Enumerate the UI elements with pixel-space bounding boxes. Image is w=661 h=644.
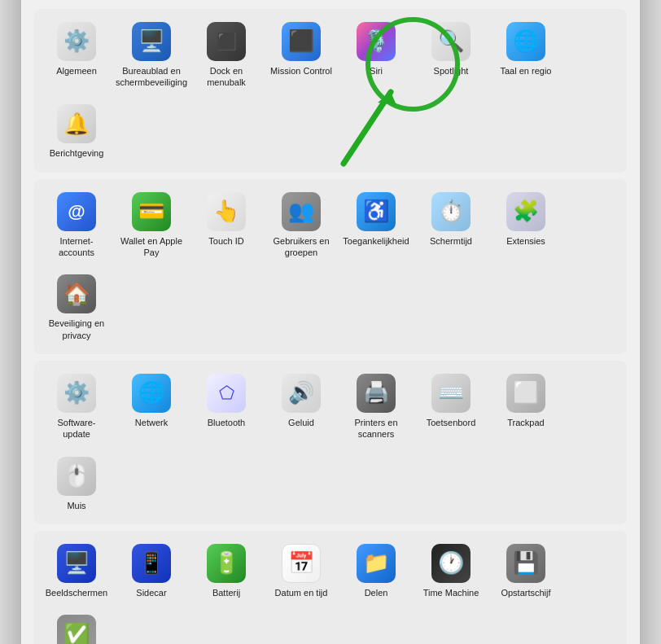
pref-opstart[interactable]: 💾 Opstart­schijf: [490, 537, 562, 605]
extensies-icon: 🧩: [506, 192, 545, 231]
pref-bluetooth[interactable]: ⬠ Bluetooth: [190, 367, 262, 447]
beveiliging-label: Beveiliging en privacy: [44, 318, 109, 341]
content-area: 🐺 Stefan Apple ID, iCloud, Media en App …: [21, 0, 640, 644]
pref-schermtijd[interactable]: ⏱️ Schermtijd: [415, 186, 487, 265]
gebruikers-label: Gebruikers en groepen: [269, 235, 334, 259]
schermtijd-icon: ⏱️: [431, 192, 471, 231]
mission-icon: ⬛: [282, 22, 321, 61]
pref-printers[interactable]: 🖨️ Printers en scanners: [340, 367, 412, 447]
pref-toetsenbord[interactable]: ⌨️ Toetsenbord: [415, 367, 487, 447]
pref-netwerk[interactable]: 🌐 Netwerk: [116, 367, 187, 447]
toetsenbord-icon: ⌨️: [431, 374, 471, 413]
spotlight-label: Spotlight: [434, 65, 469, 77]
timemachine-icon: 🕐: [431, 544, 471, 583]
printers-icon: 🖨️: [357, 374, 396, 413]
pref-datum[interactable]: 📅 Datum en tijd: [265, 537, 337, 605]
taal-icon: 🌐: [506, 22, 545, 61]
netwerk-label: Netwerk: [135, 417, 168, 428]
pref-muis[interactable]: 🖱️ Muis: [41, 450, 112, 518]
muis-icon: 🖱️: [57, 457, 96, 496]
muis-label: Muis: [67, 500, 85, 511]
pref-toegankelijkheid[interactable]: ♿ Toegankelijkheid: [340, 186, 412, 265]
wallet-label: Wallet en Apple Pay: [119, 235, 184, 259]
system-preferences-window: ‹ › ⊞ Systeemvoorkeuren 🔍 🐺 Stefan: [21, 0, 640, 644]
berichtgeving-label: Berichtgeving: [50, 147, 104, 159]
dock-icon: ⬛: [207, 22, 246, 61]
bureaublad-icon: 🖥️: [132, 22, 171, 61]
siri-icon: 🎙️: [357, 22, 396, 61]
bureaublad-label: Bureaublad en schermbeveiliging: [116, 65, 187, 89]
geluid-icon: 🔊: [282, 374, 321, 413]
wallet-icon: 💳: [132, 192, 171, 231]
internet-icon: @: [57, 192, 96, 231]
pref-delen[interactable]: 📁 Delen: [340, 537, 412, 605]
beeldschermen-label: Beeld­schermen: [46, 587, 107, 598]
pref-beeldschermen[interactable]: 🖥️ Beeld­schermen: [41, 537, 112, 605]
trackpad-icon: ⬜: [506, 374, 545, 413]
taal-label: Taal en regio: [501, 65, 552, 77]
pref-geluid[interactable]: 🔊 Geluid: [265, 367, 337, 447]
software-icon: ⚙️: [57, 374, 96, 413]
geluid-label: Geluid: [288, 417, 314, 428]
algemeen-icon: ⚙️: [57, 22, 96, 61]
batterij-icon: 🔋: [207, 544, 246, 583]
pref-taal[interactable]: 🌐 Taal en regio: [490, 15, 562, 95]
pref-extensies[interactable]: 🧩 Extensies: [490, 186, 562, 265]
prefs-row-1: ⚙️ Algemeen 🖥️ Bureaublad en schermbevei…: [34, 9, 627, 173]
beveiliging-icon: 🏠: [57, 274, 96, 313]
pref-algemeen[interactable]: ⚙️ Algemeen: [41, 15, 112, 95]
siri-label: Siri: [370, 65, 383, 77]
pref-touchid[interactable]: 👆 Touch ID: [190, 186, 262, 265]
datum-label: Datum en tijd: [275, 587, 328, 598]
toegankelijkheid-label: Toegankelijkheid: [343, 235, 409, 247]
trackpad-label: Trackpad: [507, 417, 544, 428]
pref-bureaublad[interactable]: 🖥️ Bureaublad en schermbeveiliging: [116, 15, 187, 95]
spotlight-icon: 🔍: [431, 22, 471, 61]
pref-profielen[interactable]: ✅ Profielen: [41, 608, 112, 644]
software-label: Software-update: [44, 417, 109, 440]
toegankelijkheid-icon: ♿: [357, 192, 396, 231]
timemachine-label: Time Machine: [423, 587, 479, 598]
opstart-label: Opstart­schijf: [501, 587, 550, 598]
pref-berichtgeving[interactable]: 🔔 Berichtgeving: [41, 98, 112, 165]
delen-label: Delen: [365, 587, 388, 598]
pref-trackpad[interactable]: ⬜ Trackpad: [490, 367, 562, 447]
internet-label: Internet­accounts: [44, 235, 109, 259]
prefs-row-2: @ Internet­accounts 💳 Wallet en Apple Pa…: [34, 179, 627, 354]
mission-label: Mission Control: [270, 65, 332, 77]
pref-siri[interactable]: 🎙️ Siri: [340, 15, 412, 95]
netwerk-icon: 🌐: [132, 374, 171, 413]
pref-sidecar[interactable]: 📱 Sidecar: [116, 537, 187, 605]
bluetooth-label: Bluetooth: [208, 417, 245, 428]
toetsenbord-label: Toetsenbord: [427, 417, 476, 428]
pref-spotlight[interactable]: 🔍 Spotlight: [415, 15, 487, 95]
touchid-label: Touch ID: [208, 235, 243, 247]
dock-label: Dock en menubalk: [194, 65, 259, 89]
delen-icon: 📁: [357, 544, 396, 583]
schermtijd-label: Schermtijd: [430, 235, 472, 247]
pref-software[interactable]: ⚙️ Software-update: [41, 367, 112, 447]
bluetooth-icon: ⬠: [207, 374, 246, 413]
opstart-icon: 💾: [506, 544, 545, 583]
pref-dock[interactable]: ⬛ Dock en menubalk: [190, 15, 262, 95]
sidecar-label: Sidecar: [136, 587, 166, 598]
pref-gebruikers[interactable]: 👥 Gebruikers en groepen: [265, 186, 337, 265]
batterij-label: Batterij: [212, 587, 240, 598]
pref-beveiliging[interactable]: 🏠 Beveiliging en privacy: [41, 268, 112, 348]
pref-batterij[interactable]: 🔋 Batterij: [190, 537, 262, 605]
pref-wallet[interactable]: 💳 Wallet en Apple Pay: [116, 186, 187, 265]
prefs-row-4: 🖥️ Beeld­schermen 📱 Sidecar 🔋 Batterij 📅…: [34, 531, 627, 644]
gebruikers-icon: 👥: [282, 192, 321, 231]
berichtgeving-icon: 🔔: [57, 104, 96, 143]
printers-label: Printers en scanners: [344, 417, 409, 440]
profielen-icon: ✅: [57, 615, 96, 644]
pref-timemachine[interactable]: 🕐 Time Machine: [415, 537, 487, 605]
sidecar-icon: 📱: [132, 544, 171, 583]
pref-mission[interactable]: ⬛ Mission Control: [265, 15, 337, 95]
prefs-row-3: ⚙️ Software-update 🌐 Netwerk ⬠ Bluetooth…: [34, 361, 627, 524]
pref-internet[interactable]: @ Internet­accounts: [41, 186, 112, 265]
datum-icon: 📅: [282, 544, 321, 583]
prefs-grid-wrapper: ⚙️ Algemeen 🖥️ Bureaublad en schermbevei…: [34, 9, 627, 644]
algemeen-label: Algemeen: [56, 65, 97, 77]
beeldschermen-icon: 🖥️: [57, 544, 96, 583]
